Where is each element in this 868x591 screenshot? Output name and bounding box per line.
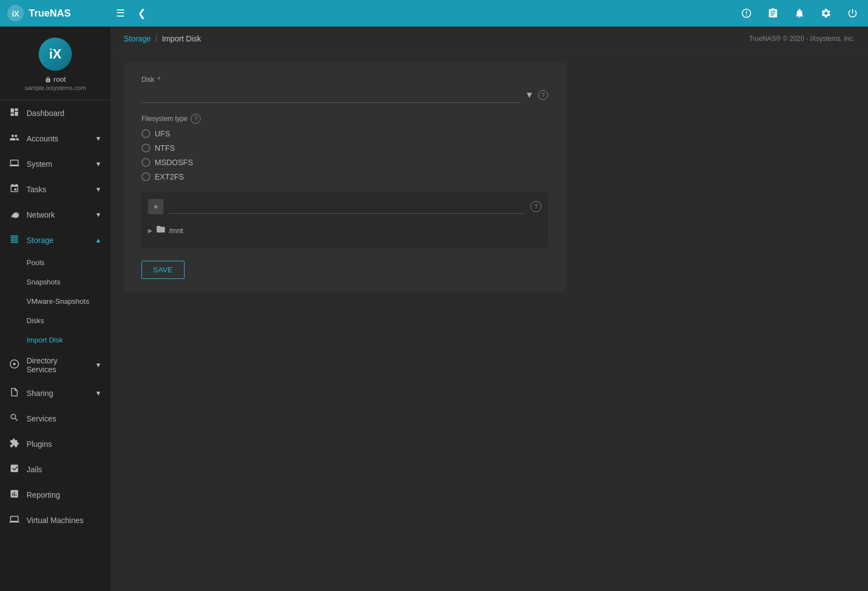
feedback-icon[interactable] [738, 4, 755, 22]
sidebar-item-label: Plugins [27, 440, 52, 448]
sidebar-item-sharing[interactable]: Sharing ▼ [0, 381, 111, 406]
sidebar-item-label: Services [27, 414, 56, 423]
storage-icon [9, 234, 20, 246]
sidebar-username: root [45, 75, 66, 83]
radio-ufs-input[interactable] [141, 129, 150, 138]
sidebar-domain: sample.ixsystems.com [25, 85, 86, 91]
sidebar-profile: iX root sample.ixsystems.com [0, 27, 111, 101]
sidebar-item-label: Jails [27, 465, 42, 474]
sidebar-subitem-disks[interactable]: Disks [0, 311, 111, 330]
topbar-left-icons: ☰ ❮ [112, 4, 150, 22]
avatar: iX [39, 38, 72, 71]
main-layout: iX root sample.ixsystems.com Dashboard [0, 27, 868, 591]
disk-dropdown-button[interactable]: ▼ [525, 90, 534, 100]
sidebar-item-label: Storage [27, 236, 54, 245]
sidebar-subitem-snapshots[interactable]: Snapshots [0, 272, 111, 292]
chevron-down-icon: ▼ [95, 389, 102, 397]
filesystem-help-icon[interactable]: ? [191, 114, 201, 124]
sidebar-item-storage[interactable]: Storage ▲ [0, 228, 111, 253]
sidebar-item-label: Network [27, 210, 55, 219]
sidebar-item-label: System [27, 160, 52, 168]
folder-tree-item-mnt[interactable]: ▶ /mnt [148, 222, 541, 239]
filesystem-radio-group: UFS NTFS MSDOSFS EXT2FS [141, 129, 548, 181]
breadcrumb-parent[interactable]: Storage [124, 34, 151, 43]
sharing-icon [9, 387, 20, 399]
sidebar-item-dashboard[interactable]: Dashboard [0, 101, 111, 126]
sidebar-item-label: Directory Services [27, 356, 88, 374]
accounts-icon [9, 133, 20, 145]
add-folder-button[interactable]: + [148, 199, 164, 214]
sidebar-subitem-import-disk[interactable]: Import Disk [0, 330, 111, 350]
disk-input[interactable] [141, 87, 520, 103]
network-icon [9, 209, 20, 221]
disk-help-icon[interactable]: ? [538, 90, 548, 100]
sidebar-item-directory-services[interactable]: Directory Services ▼ [0, 350, 111, 381]
bell-icon[interactable] [791, 4, 808, 22]
sidebar-item-jails[interactable]: Jails [0, 457, 111, 482]
breadcrumb-bar: Storage / Import Disk TrueNAS® © 2020 - … [111, 27, 868, 51]
disk-required-marker: * [157, 76, 160, 83]
sidebar-item-label: Sharing [27, 389, 53, 398]
sidebar-item-label: Virtual Machines [27, 516, 83, 525]
sidebar-item-label: Reporting [27, 490, 60, 499]
topbar-right-icons [738, 4, 861, 22]
folder-tree: ▶ /mnt [148, 220, 541, 241]
destination-path-box: + ? ▶ /mnt [141, 192, 548, 247]
sidebar-item-accounts[interactable]: Accounts ▼ [0, 126, 111, 151]
dashboard-icon [9, 107, 20, 119]
disk-input-row: ▼ ? [141, 87, 548, 103]
clipboard-icon[interactable] [764, 4, 782, 22]
sidebar-item-network[interactable]: Network ▼ [0, 202, 111, 228]
radio-ntfs[interactable]: NTFS [141, 144, 548, 152]
chevron-down-icon: ▼ [95, 135, 102, 143]
form-card: Disk * ▼ ? Filesystem type ? [124, 62, 566, 292]
save-button[interactable]: SAVE [141, 261, 185, 279]
sidebar-item-system[interactable]: System ▼ [0, 151, 111, 177]
svg-point-3 [13, 363, 16, 366]
filesystem-type-label: Filesystem type ? [141, 114, 548, 124]
sidebar-item-reporting[interactable]: Reporting [0, 482, 111, 508]
sidebar: iX root sample.ixsystems.com Dashboard [0, 27, 111, 591]
chevron-up-icon: ▲ [95, 236, 102, 244]
disk-field: Disk * ▼ ? [141, 76, 548, 103]
settings-icon[interactable] [817, 4, 835, 22]
destination-path-input[interactable] [169, 200, 525, 214]
form-area: Disk * ▼ ? Filesystem type ? [111, 51, 868, 591]
sidebar-item-label: Accounts [27, 134, 59, 143]
truenas-logo-icon: iX [7, 4, 24, 22]
sidebar-subitem-pools[interactable]: Pools [0, 253, 111, 272]
app-name: TrueNAS [29, 8, 71, 19]
services-icon [9, 413, 20, 425]
sidebar-item-services[interactable]: Services [0, 406, 111, 431]
chevron-down-icon: ▼ [95, 186, 102, 193]
sidebar-item-tasks[interactable]: Tasks ▼ [0, 177, 111, 202]
hamburger-menu-button[interactable]: ☰ [112, 4, 129, 22]
tasks-icon [9, 183, 20, 196]
sidebar-item-label: Tasks [27, 185, 46, 194]
app-logo: iX TrueNAS [7, 4, 112, 22]
reporting-icon [9, 489, 20, 501]
radio-msdosfs-input[interactable] [141, 158, 150, 167]
copyright-text: TrueNAS® © 2020 - iXsystems, Inc. [749, 35, 855, 43]
disk-label: Disk * [141, 76, 548, 83]
destination-path-help-icon[interactable]: ? [530, 201, 541, 212]
radio-ext2fs-input[interactable] [141, 172, 150, 181]
radio-ntfs-input[interactable] [141, 144, 150, 152]
system-icon [9, 158, 20, 170]
sidebar-subitem-vmware-snapshots[interactable]: VMware-Snapshots [0, 292, 111, 311]
radio-ext2fs[interactable]: EXT2FS [141, 172, 548, 181]
breadcrumb: Storage / Import Disk [124, 34, 201, 43]
radio-msdosfs[interactable]: MSDOSFS [141, 158, 548, 167]
sidebar-item-plugins[interactable]: Plugins [0, 431, 111, 457]
radio-ufs[interactable]: UFS [141, 129, 548, 138]
filesystem-type-section: Filesystem type ? UFS NTFS [141, 114, 548, 181]
sidebar-item-virtual-machines[interactable]: Virtual Machines [0, 508, 111, 533]
back-button[interactable]: ❮ [133, 4, 150, 22]
breadcrumb-current: Import Disk [162, 34, 201, 43]
folder-name-mnt: /mnt [169, 226, 183, 235]
power-icon[interactable] [844, 4, 861, 22]
directory-services-icon [9, 359, 20, 371]
breadcrumb-separator: / [155, 34, 157, 43]
destination-path-header: + ? [148, 199, 541, 214]
sidebar-nav: Dashboard Accounts ▼ System ▼ [0, 101, 111, 591]
